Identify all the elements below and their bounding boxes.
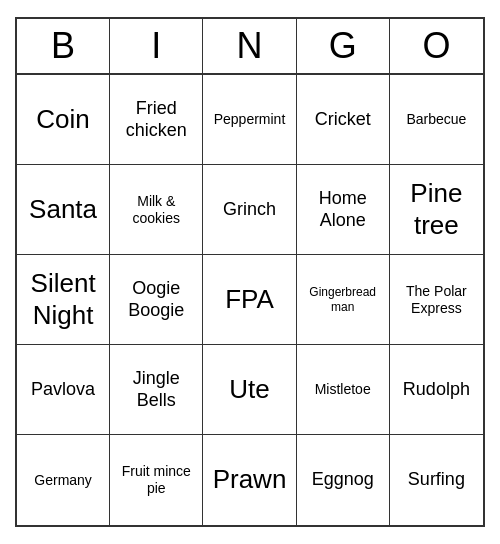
bingo-cell-18: Mistletoe: [297, 345, 390, 435]
bingo-cell-text-1: Fried chicken: [114, 98, 198, 141]
bingo-header: BINGO: [17, 19, 483, 75]
bingo-cell-text-22: Prawn: [213, 464, 287, 495]
bingo-cell-19: Rudolph: [390, 345, 483, 435]
bingo-cell-text-5: Santa: [29, 194, 97, 225]
bingo-cell-11: Oogie Boogie: [110, 255, 203, 345]
bingo-cell-23: Eggnog: [297, 435, 390, 525]
bingo-cell-10: Silent Night: [17, 255, 110, 345]
bingo-cell-text-2: Peppermint: [214, 111, 286, 128]
bingo-cell-14: The Polar Express: [390, 255, 483, 345]
bingo-cell-8: Home Alone: [297, 165, 390, 255]
bingo-cell-text-20: Germany: [34, 472, 92, 489]
bingo-cell-text-19: Rudolph: [403, 379, 470, 401]
bingo-cell-22: Prawn: [203, 435, 296, 525]
bingo-cell-6: Milk & cookies: [110, 165, 203, 255]
bingo-cell-text-11: Oogie Boogie: [114, 278, 198, 321]
bingo-cell-1: Fried chicken: [110, 75, 203, 165]
bingo-cell-text-3: Cricket: [315, 109, 371, 131]
header-letter-n: N: [203, 19, 296, 73]
bingo-card: BINGO CoinFried chickenPeppermintCricket…: [15, 17, 485, 527]
bingo-cell-21: Fruit mince pie: [110, 435, 203, 525]
bingo-cell-3: Cricket: [297, 75, 390, 165]
bingo-cell-16: Jingle Bells: [110, 345, 203, 435]
bingo-cell-text-0: Coin: [36, 104, 89, 135]
bingo-cell-text-12: FPA: [225, 284, 274, 315]
bingo-cell-text-23: Eggnog: [312, 469, 374, 491]
header-letter-i: I: [110, 19, 203, 73]
bingo-cell-2: Peppermint: [203, 75, 296, 165]
bingo-cell-text-10: Silent Night: [21, 268, 105, 330]
bingo-cell-text-14: The Polar Express: [394, 283, 479, 317]
bingo-cell-17: Ute: [203, 345, 296, 435]
bingo-cell-text-15: Pavlova: [31, 379, 95, 401]
bingo-cell-text-13: Gingerbread man: [301, 285, 385, 314]
header-letter-g: G: [297, 19, 390, 73]
bingo-cell-7: Grinch: [203, 165, 296, 255]
bingo-grid: CoinFried chickenPeppermintCricketBarbec…: [17, 75, 483, 525]
bingo-cell-9: Pine tree: [390, 165, 483, 255]
bingo-cell-5: Santa: [17, 165, 110, 255]
bingo-cell-12: FPA: [203, 255, 296, 345]
bingo-cell-text-9: Pine tree: [394, 178, 479, 240]
header-letter-o: O: [390, 19, 483, 73]
bingo-cell-text-6: Milk & cookies: [114, 193, 198, 227]
bingo-cell-text-4: Barbecue: [406, 111, 466, 128]
bingo-cell-text-16: Jingle Bells: [114, 368, 198, 411]
bingo-cell-0: Coin: [17, 75, 110, 165]
bingo-cell-13: Gingerbread man: [297, 255, 390, 345]
bingo-cell-text-17: Ute: [229, 374, 269, 405]
bingo-cell-text-18: Mistletoe: [315, 381, 371, 398]
header-letter-b: B: [17, 19, 110, 73]
bingo-cell-text-21: Fruit mince pie: [114, 463, 198, 497]
bingo-cell-text-7: Grinch: [223, 199, 276, 221]
bingo-cell-20: Germany: [17, 435, 110, 525]
bingo-cell-text-8: Home Alone: [301, 188, 385, 231]
bingo-cell-text-24: Surfing: [408, 469, 465, 491]
bingo-cell-24: Surfing: [390, 435, 483, 525]
bingo-cell-15: Pavlova: [17, 345, 110, 435]
bingo-cell-4: Barbecue: [390, 75, 483, 165]
